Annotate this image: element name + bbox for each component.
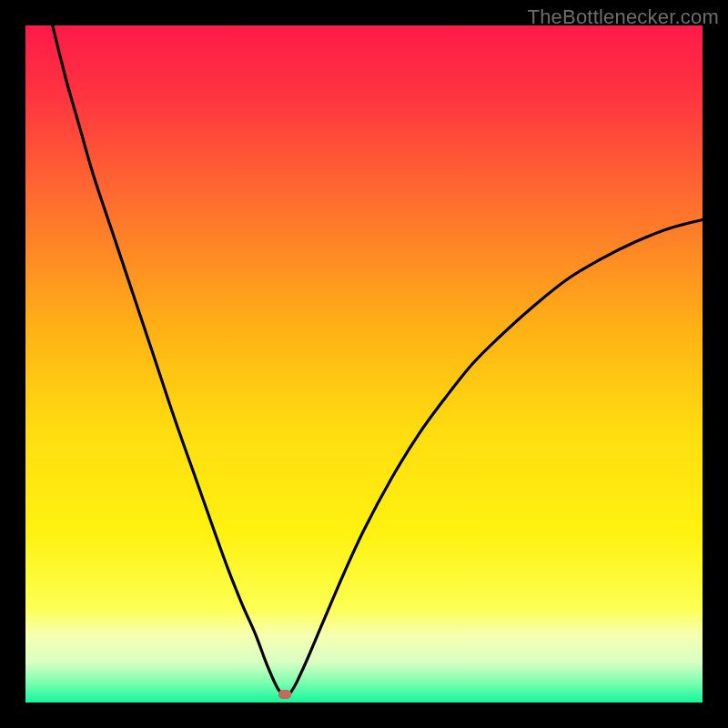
chart-frame: TheBottlenecker.com: [0, 0, 728, 728]
watermark-label: TheBottlenecker.com: [528, 5, 719, 29]
min-point-marker: [278, 690, 291, 699]
bottleneck-curve: [25, 25, 703, 703]
curve-path: [53, 25, 703, 696]
